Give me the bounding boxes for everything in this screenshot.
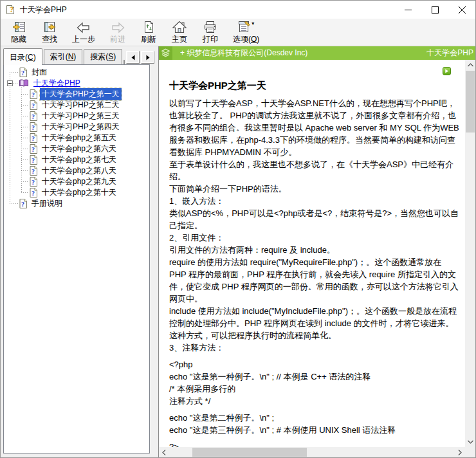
doc-line: echo "这是第三种例子。\n" ; # 本例使用 UNIX Shell 语法…: [169, 424, 460, 436]
horizontal-scroll-track[interactable]: [169, 447, 455, 457]
back-icon: [76, 21, 91, 33]
collapse-minus-icon[interactable]: [7, 80, 13, 86]
pane-splitter[interactable]: [151, 46, 158, 457]
main-area: 目录(C)索引(N)搜索(S) ?封面十天学会PHP?十天学会PHP之第一天?十…: [1, 46, 475, 457]
minimize-button[interactable]: [394, 1, 421, 19]
toolbar-button-label: 刷新: [141, 34, 156, 45]
doc-line: 以前写了十天学会ASP，十天学会ASP.NET什么的，现在想想再写个PHP吧，也…: [169, 97, 460, 158]
doc-line: 2、引用文件：: [169, 232, 460, 244]
titlebar: ? 十天学会PHP: [1, 1, 475, 19]
help-book-icon: ?: [6, 5, 16, 15]
topic-pane: + 织梦信息科技有限公司(Desdev Inc) 十天学会PHP 十天学会PHP…: [158, 46, 475, 457]
horizontal-scroll-thumb[interactable]: [192, 448, 307, 457]
toolbar-button-label: 上一步: [72, 34, 95, 45]
doc-line: echo "这是第二种例子。\n" ;: [169, 412, 460, 424]
desdev-logo-icon: [159, 46, 172, 60]
tree-item[interactable]: ?手册说明: [4, 198, 149, 209]
find-button[interactable]: 查找: [35, 20, 64, 46]
window-title: 十天学会PHP: [20, 5, 67, 15]
find-icon: [42, 21, 57, 33]
tab-索引[interactable]: 索引(N): [44, 49, 83, 64]
tree-item[interactable]: ?十天学会php之第六天: [4, 143, 149, 154]
tab-目录[interactable]: 目录(C): [3, 48, 42, 65]
topic-icon: ?: [30, 133, 37, 143]
topic-body: 以前写了十天学会ASP，十天学会ASP.NET什么的，现在想想再写个PHP吧，也…: [169, 97, 460, 447]
dropdown-arrow-icon: ▾: [252, 21, 254, 26]
refresh-button[interactable]: 刷新: [134, 20, 163, 46]
maximize-button[interactable]: [421, 1, 448, 19]
toolbar-button-label: 主页: [172, 34, 187, 45]
tree-item[interactable]: ?十天学会php之第七天: [4, 154, 149, 165]
toolbar-button-label: 选项(O): [233, 34, 259, 45]
toolbar: 隐藏查找上一步前进刷新主页打印▾选项(O): [1, 19, 475, 46]
vertical-scrollbar: [465, 60, 475, 447]
svg-text:?: ?: [32, 135, 35, 142]
svg-text:?: ?: [10, 5, 14, 14]
tree-item[interactable]: ?封面: [4, 67, 149, 78]
topic-heading: 十天学会PHP之第一天: [169, 80, 460, 92]
vertical-scroll-track[interactable]: [465, 70, 475, 437]
svg-text:?: ?: [32, 91, 35, 98]
hide-icon: [12, 21, 26, 33]
vertical-scroll-thumb[interactable]: [466, 71, 475, 133]
forward-icon: [110, 21, 125, 33]
toolbar-button-label: 前进: [110, 34, 125, 45]
horizontal-scrollbar: [159, 447, 475, 457]
play-button[interactable]: [443, 67, 451, 75]
tree-item[interactable]: ?十天学会php之第十天: [4, 187, 149, 198]
doc-line: 至于表单设计什么的，我这里也不想多说了，在《十天学会ASP》中已经有介绍。: [169, 158, 460, 183]
contents-tree: ?封面十天学会PHP?十天学会PHP之第一天?十天学习PHP之第二天?十天学习P…: [4, 65, 149, 209]
toolbar-button-label: 隐藏: [11, 34, 26, 45]
doc-line: 引用文件的方法有两种：require 及 include。: [169, 244, 460, 256]
contents-tree-panel: ?封面十天学会PHP?十天学会PHP之第一天?十天学习PHP之第二天?十天学习P…: [3, 64, 150, 453]
tree-item[interactable]: ?十天学会PHP之第一天: [4, 89, 149, 100]
tree-item[interactable]: ?十天学习PHP之第二天: [4, 100, 149, 111]
svg-text:?: ?: [21, 69, 24, 77]
back-button[interactable]: 上一步: [66, 20, 101, 46]
tree-item[interactable]: 十天学会PHP: [4, 78, 149, 89]
tab-搜索[interactable]: 搜索(S): [84, 49, 122, 64]
play-row: [169, 60, 460, 74]
svg-text:?: ?: [32, 113, 35, 120]
topic-icon: ?: [19, 199, 27, 208]
scroll-left-icon[interactable]: [159, 447, 169, 457]
right-triangle-icon[interactable]: [141, 51, 154, 64]
doc-line: 类似ASP的<%，PHP可以是<?php或者是<?，结束符号是?>，当然您也可以…: [169, 207, 460, 232]
options-button[interactable]: ▾选项(O): [227, 20, 265, 46]
doc-line: 3、注释方法：: [169, 342, 460, 354]
hide-button[interactable]: 隐藏: [5, 20, 33, 46]
tab-scroll-buttons: [126, 51, 154, 64]
doc-line: /* 本例采用多行的: [169, 383, 460, 395]
svg-text:?: ?: [32, 124, 35, 131]
tab-partial[interactable]: [124, 60, 125, 64]
scroll-down-icon[interactable]: [465, 437, 475, 447]
svg-text:?: ?: [32, 168, 35, 175]
topic-icon: ?: [30, 122, 37, 132]
doc-line: 注释方式 */: [169, 395, 460, 407]
svg-text:?: ?: [21, 201, 24, 208]
left-triangle-icon[interactable]: [126, 51, 140, 64]
svg-text:?: ?: [32, 190, 35, 197]
topic-icon: ?: [30, 144, 37, 154]
banner-company-link[interactable]: + 织梦信息科技有限公司(Desdev Inc): [180, 48, 307, 59]
topic-icon: ?: [30, 177, 37, 187]
home-icon: [172, 21, 187, 33]
book-icon: [19, 79, 29, 87]
svg-text:?: ?: [32, 146, 35, 153]
tree-item[interactable]: ?十天学习PHP之第四天: [4, 122, 149, 133]
scroll-up-icon[interactable]: [465, 60, 475, 70]
banner-book-title: 十天学会PHP: [426, 48, 475, 59]
print-button[interactable]: 打印: [196, 20, 224, 46]
tree-item[interactable]: ?十天学会php之第九天: [4, 176, 149, 187]
home-button[interactable]: 主页: [165, 20, 194, 46]
tree-item[interactable]: ?十天学习PHP之第三天: [4, 111, 149, 122]
tree-item[interactable]: ?十天学会php之第八天: [4, 165, 149, 176]
close-button[interactable]: [448, 1, 475, 19]
scroll-right-icon[interactable]: [455, 447, 465, 457]
topic-icon: ?: [30, 100, 37, 110]
window-controls: [394, 1, 475, 19]
tree-item[interactable]: ?十天学会php之第五天: [4, 133, 149, 143]
svg-text:?: ?: [32, 157, 35, 164]
svg-text:?: ?: [32, 179, 35, 186]
app-window: ? 十天学会PHP 隐藏查找上一步前进刷新主页打印▾选项(O) 目录(C)索引(…: [0, 0, 476, 458]
